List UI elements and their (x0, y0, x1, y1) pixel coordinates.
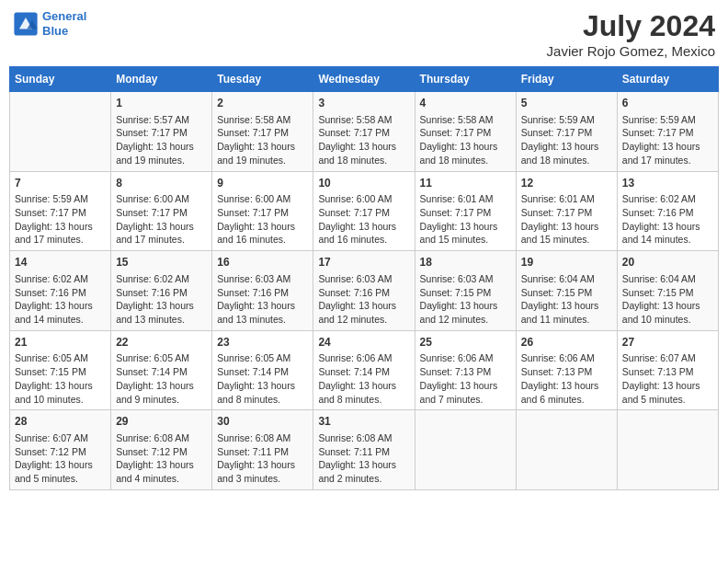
day-number: 27 (622, 335, 713, 350)
day-info: Sunrise: 5:57 AM Sunset: 7:17 PM Dayligh… (116, 113, 207, 167)
calendar-cell: 16Sunrise: 6:03 AM Sunset: 7:16 PM Dayli… (212, 251, 313, 331)
calendar-cell: 30Sunrise: 6:08 AM Sunset: 7:11 PM Dayli… (212, 410, 313, 490)
day-info: Sunrise: 5:58 AM Sunset: 7:17 PM Dayligh… (420, 113, 511, 167)
header-cell-sunday: Sunday (10, 67, 111, 92)
day-info: Sunrise: 6:08 AM Sunset: 7:12 PM Dayligh… (116, 431, 207, 486)
day-number: 28 (15, 414, 106, 430)
day-info: Sunrise: 5:58 AM Sunset: 7:17 PM Dayligh… (217, 113, 308, 167)
day-info: Sunrise: 6:04 AM Sunset: 7:15 PM Dayligh… (521, 272, 612, 327)
day-info: Sunrise: 6:01 AM Sunset: 7:17 PM Dayligh… (521, 192, 612, 247)
logo-line2: Blue (42, 24, 68, 38)
logo-text: General Blue (42, 9, 86, 38)
page-header: General Blue July 2024 Javier Rojo Gomez… (9, 9, 719, 59)
day-number: 19 (521, 255, 612, 270)
calendar-cell: 24Sunrise: 6:06 AM Sunset: 7:14 PM Dayli… (313, 330, 415, 410)
title-block: July 2024 Javier Rojo Gomez, Mexico (547, 9, 715, 59)
calendar-cell: 8Sunrise: 6:00 AM Sunset: 7:17 PM Daylig… (111, 171, 212, 251)
day-info: Sunrise: 6:07 AM Sunset: 7:13 PM Dayligh… (622, 351, 713, 406)
header-cell-friday: Friday (516, 67, 617, 92)
day-number: 10 (318, 176, 409, 191)
day-number: 5 (521, 96, 612, 111)
logo-icon (13, 11, 39, 37)
day-number: 13 (622, 176, 713, 191)
calendar-cell: 14Sunrise: 6:02 AM Sunset: 7:16 PM Dayli… (10, 251, 111, 331)
calendar-cell: 26Sunrise: 6:06 AM Sunset: 7:13 PM Dayli… (516, 330, 617, 410)
calendar-cell: 17Sunrise: 6:03 AM Sunset: 7:16 PM Dayli… (313, 251, 415, 331)
day-info: Sunrise: 6:02 AM Sunset: 7:16 PM Dayligh… (116, 272, 207, 327)
day-info: Sunrise: 6:06 AM Sunset: 7:13 PM Dayligh… (420, 351, 511, 406)
calendar-cell: 6Sunrise: 5:59 AM Sunset: 7:17 PM Daylig… (617, 92, 718, 172)
calendar-cell: 28Sunrise: 6:07 AM Sunset: 7:12 PM Dayli… (10, 410, 111, 490)
day-info: Sunrise: 6:05 AM Sunset: 7:14 PM Dayligh… (217, 351, 308, 406)
day-info: Sunrise: 6:05 AM Sunset: 7:14 PM Dayligh… (116, 351, 207, 406)
day-info: Sunrise: 5:59 AM Sunset: 7:17 PM Dayligh… (622, 113, 713, 167)
day-info: Sunrise: 6:04 AM Sunset: 7:15 PM Dayligh… (622, 272, 713, 327)
day-info: Sunrise: 6:07 AM Sunset: 7:12 PM Dayligh… (15, 431, 106, 486)
day-number: 9 (217, 176, 308, 191)
calendar-cell: 7Sunrise: 5:59 AM Sunset: 7:17 PM Daylig… (10, 171, 111, 251)
day-number: 2 (217, 96, 308, 111)
day-info: Sunrise: 6:06 AM Sunset: 7:14 PM Dayligh… (318, 351, 409, 406)
day-number: 7 (15, 176, 106, 191)
header-cell-saturday: Saturday (617, 67, 718, 92)
day-info: Sunrise: 6:03 AM Sunset: 7:16 PM Dayligh… (318, 272, 409, 327)
calendar-cell: 18Sunrise: 6:03 AM Sunset: 7:15 PM Dayli… (415, 251, 516, 331)
calendar-cell: 31Sunrise: 6:08 AM Sunset: 7:11 PM Dayli… (313, 410, 415, 490)
calendar-cell: 4Sunrise: 5:58 AM Sunset: 7:17 PM Daylig… (415, 92, 516, 172)
week-row-1: 1Sunrise: 5:57 AM Sunset: 7:17 PM Daylig… (10, 92, 719, 172)
day-info: Sunrise: 6:08 AM Sunset: 7:11 PM Dayligh… (217, 431, 308, 486)
day-number: 1 (116, 96, 207, 111)
day-number: 29 (116, 414, 207, 430)
calendar-cell (415, 410, 516, 490)
day-info: Sunrise: 5:59 AM Sunset: 7:17 PM Dayligh… (15, 192, 106, 247)
calendar-cell: 5Sunrise: 5:59 AM Sunset: 7:17 PM Daylig… (516, 92, 617, 172)
calendar-cell (516, 410, 617, 490)
day-info: Sunrise: 6:05 AM Sunset: 7:15 PM Dayligh… (15, 351, 106, 406)
header-cell-wednesday: Wednesday (313, 67, 415, 92)
day-info: Sunrise: 6:03 AM Sunset: 7:15 PM Dayligh… (420, 272, 511, 327)
calendar-cell: 22Sunrise: 6:05 AM Sunset: 7:14 PM Dayli… (111, 330, 212, 410)
day-info: Sunrise: 6:00 AM Sunset: 7:17 PM Dayligh… (116, 192, 207, 247)
day-number: 26 (521, 335, 612, 350)
day-number: 25 (420, 335, 511, 350)
calendar-cell (10, 92, 111, 172)
day-info: Sunrise: 6:03 AM Sunset: 7:16 PM Dayligh… (217, 272, 308, 327)
calendar-cell: 2Sunrise: 5:58 AM Sunset: 7:17 PM Daylig… (212, 92, 313, 172)
calendar-cell: 25Sunrise: 6:06 AM Sunset: 7:13 PM Dayli… (415, 330, 516, 410)
calendar-cell: 19Sunrise: 6:04 AM Sunset: 7:15 PM Dayli… (516, 251, 617, 331)
calendar-cell: 20Sunrise: 6:04 AM Sunset: 7:15 PM Dayli… (617, 251, 718, 331)
calendar-cell: 1Sunrise: 5:57 AM Sunset: 7:17 PM Daylig… (111, 92, 212, 172)
day-number: 12 (521, 176, 612, 191)
day-info: Sunrise: 6:00 AM Sunset: 7:17 PM Dayligh… (318, 192, 409, 247)
day-info: Sunrise: 5:58 AM Sunset: 7:17 PM Dayligh… (318, 113, 409, 167)
day-number: 17 (318, 255, 409, 270)
day-info: Sunrise: 6:00 AM Sunset: 7:17 PM Dayligh… (217, 192, 308, 247)
calendar-table: SundayMondayTuesdayWednesdayThursdayFrid… (9, 66, 719, 490)
day-number: 16 (217, 255, 308, 270)
page-subtitle: Javier Rojo Gomez, Mexico (547, 43, 715, 59)
calendar-cell: 9Sunrise: 6:00 AM Sunset: 7:17 PM Daylig… (212, 171, 313, 251)
day-number: 3 (318, 96, 409, 111)
day-number: 15 (116, 255, 207, 270)
logo-line1: General (42, 9, 86, 23)
calendar-cell: 29Sunrise: 6:08 AM Sunset: 7:12 PM Dayli… (111, 410, 212, 490)
header-cell-thursday: Thursday (415, 67, 516, 92)
day-number: 20 (622, 255, 713, 270)
day-number: 4 (420, 96, 511, 111)
calendar-cell: 21Sunrise: 6:05 AM Sunset: 7:15 PM Dayli… (10, 330, 111, 410)
day-number: 21 (15, 335, 106, 350)
day-number: 11 (420, 176, 511, 191)
day-number: 23 (217, 335, 308, 350)
header-cell-tuesday: Tuesday (212, 67, 313, 92)
calendar-cell: 11Sunrise: 6:01 AM Sunset: 7:17 PM Dayli… (415, 171, 516, 251)
day-info: Sunrise: 6:08 AM Sunset: 7:11 PM Dayligh… (318, 431, 409, 486)
day-number: 30 (217, 414, 308, 430)
calendar-cell: 13Sunrise: 6:02 AM Sunset: 7:16 PM Dayli… (617, 171, 718, 251)
calendar-cell: 27Sunrise: 6:07 AM Sunset: 7:13 PM Dayli… (617, 330, 718, 410)
day-info: Sunrise: 6:02 AM Sunset: 7:16 PM Dayligh… (622, 192, 713, 247)
calendar-cell: 15Sunrise: 6:02 AM Sunset: 7:16 PM Dayli… (111, 251, 212, 331)
day-number: 18 (420, 255, 511, 270)
calendar-cell: 23Sunrise: 6:05 AM Sunset: 7:14 PM Dayli… (212, 330, 313, 410)
week-row-2: 7Sunrise: 5:59 AM Sunset: 7:17 PM Daylig… (10, 171, 719, 251)
week-row-3: 14Sunrise: 6:02 AM Sunset: 7:16 PM Dayli… (10, 251, 719, 331)
